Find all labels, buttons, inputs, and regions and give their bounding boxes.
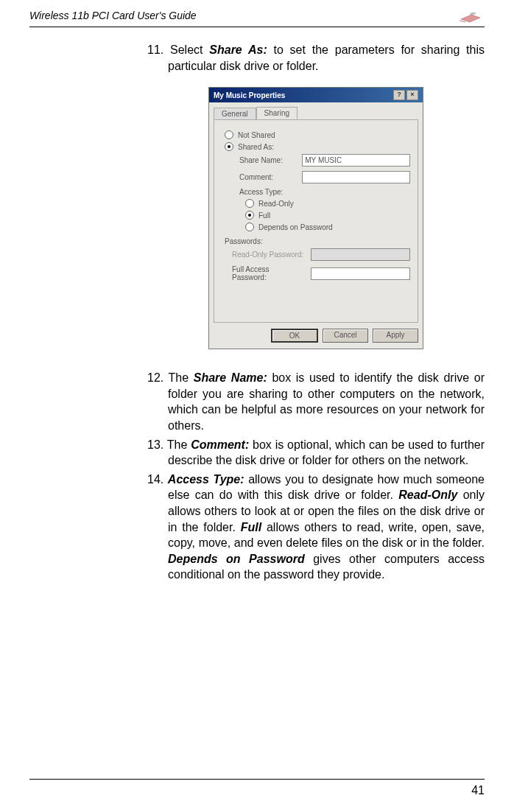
term-comment: Comment: bbox=[191, 438, 249, 451]
term-depends-on-password: Depends on Password bbox=[168, 553, 305, 565]
term-share-as: Share As: bbox=[209, 43, 267, 56]
close-icon[interactable]: × bbox=[406, 90, 418, 100]
comment-row: Comment: bbox=[239, 171, 410, 183]
radio-read-only-row[interactable]: Read-Only bbox=[245, 199, 410, 208]
step-11: 11. Select Share As: to set the paramete… bbox=[168, 42, 485, 74]
share-name-row: Share Name: MY MUSIC bbox=[239, 154, 410, 167]
radio-full[interactable] bbox=[245, 211, 254, 220]
not-shared-label: Not Shared bbox=[238, 131, 275, 139]
access-type-label: Access Type: bbox=[239, 188, 410, 196]
read-only-pw-label: Read-Only Password: bbox=[232, 251, 305, 259]
tab-sharing[interactable]: Sharing bbox=[256, 107, 298, 119]
full-label: Full bbox=[258, 211, 270, 220]
properties-dialog-screenshot: My Music Properties ? × General Sharing … bbox=[208, 87, 423, 349]
term-read-only: Read-Only bbox=[398, 489, 457, 501]
header-title: Wireless 11b PCI Card User's Guide bbox=[29, 10, 197, 21]
read-only-pw-input bbox=[311, 248, 410, 261]
term-access-type: Access Type: bbox=[168, 473, 244, 486]
radio-not-shared-row[interactable]: Not Shared bbox=[225, 130, 410, 139]
radio-full-row[interactable]: Full bbox=[245, 211, 410, 220]
full-pw-input[interactable] bbox=[311, 267, 410, 280]
full-pw-row: Full Access Password: bbox=[232, 265, 410, 281]
comment-input[interactable] bbox=[302, 171, 410, 183]
svg-marker-1 bbox=[470, 13, 476, 15]
apply-button[interactable]: Apply bbox=[373, 329, 418, 343]
radio-not-shared[interactable] bbox=[225, 130, 233, 139]
svg-line-2 bbox=[460, 21, 465, 22]
dialog-title: My Music Properties bbox=[214, 91, 285, 99]
read-only-pw-row: Read-Only Password: bbox=[232, 248, 410, 261]
step-14: 14. Access Type: allows you to designate… bbox=[168, 472, 485, 583]
shared-as-label: Shared As: bbox=[238, 143, 274, 151]
page-footer: 41 bbox=[29, 779, 485, 797]
tabs-row: General Sharing bbox=[209, 102, 423, 119]
pci-card-icon bbox=[458, 7, 485, 24]
page-header: Wireless 11b PCI Card User's Guide bbox=[29, 7, 485, 27]
radio-depends-row[interactable]: Depends on Password bbox=[245, 223, 410, 231]
share-name-label: Share Name: bbox=[239, 156, 296, 164]
radio-depends[interactable] bbox=[245, 223, 254, 231]
dialog-titlebar: My Music Properties ? × bbox=[209, 88, 423, 102]
svg-marker-0 bbox=[461, 15, 480, 22]
comment-label: Comment: bbox=[239, 173, 296, 181]
sharing-panel: Not Shared Shared As: Share Name: MY MUS… bbox=[214, 119, 418, 323]
share-name-input[interactable]: MY MUSIC bbox=[302, 154, 410, 167]
read-only-label: Read-Only bbox=[258, 200, 294, 208]
depends-label: Depends on Password bbox=[258, 223, 333, 231]
tab-general[interactable]: General bbox=[214, 108, 256, 120]
help-icon[interactable]: ? bbox=[393, 90, 405, 100]
step-13: 13. The Comment: box is optional, which … bbox=[168, 437, 485, 469]
dialog-buttons: OK Cancel Apply bbox=[209, 323, 423, 349]
ok-button[interactable]: OK bbox=[271, 329, 318, 343]
radio-shared-as[interactable] bbox=[225, 142, 233, 151]
cancel-button[interactable]: Cancel bbox=[323, 329, 368, 343]
passwords-label: Passwords: bbox=[225, 237, 410, 245]
radio-read-only[interactable] bbox=[245, 199, 254, 208]
full-pw-label: Full Access Password: bbox=[232, 265, 305, 281]
radio-shared-as-row[interactable]: Shared As: bbox=[225, 142, 410, 151]
step-12: 12. The Share Name: box is used to ident… bbox=[168, 370, 485, 433]
page-number: 41 bbox=[471, 784, 485, 797]
term-full: Full bbox=[241, 521, 261, 533]
term-share-name: Share Name: bbox=[194, 371, 267, 384]
